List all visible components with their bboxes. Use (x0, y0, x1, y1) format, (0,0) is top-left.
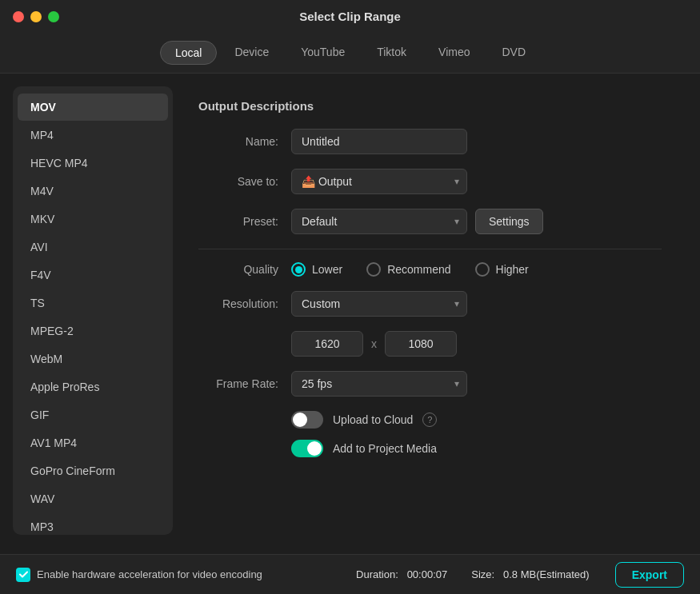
quality-label: Quality (198, 263, 278, 276)
framerate-row: Frame Rate: 25 fps ▾ (198, 371, 662, 397)
close-button[interactable] (13, 11, 24, 22)
bottom-bar: Enable hardware acceleration for video e… (0, 554, 700, 594)
resolution-label: Resolution: (198, 297, 278, 310)
traffic-lights (13, 11, 59, 22)
sidebar-item-avi[interactable]: AVI (18, 233, 168, 261)
quality-higher[interactable]: Higher (475, 262, 529, 277)
hardware-acceleration-checkbox[interactable] (16, 568, 30, 582)
framerate-select[interactable]: 25 fps (291, 371, 467, 397)
sidebar-item-mkv[interactable]: MKV (18, 205, 168, 233)
name-label: Name: (198, 135, 278, 148)
sidebar-item-gif[interactable]: GIF (18, 401, 168, 429)
add-project-row: Add to Project Media (291, 440, 662, 457)
sidebar-item-webm[interactable]: WebM (18, 345, 168, 373)
title-bar: Select Clip Range (0, 0, 700, 33)
quality-lower-label: Lower (312, 263, 342, 276)
upload-cloud-help-icon[interactable]: ? (422, 413, 437, 427)
quality-lower[interactable]: Lower (291, 262, 342, 277)
radio-lower-circle (291, 262, 306, 277)
sidebar-item-mov[interactable]: MOV (18, 94, 168, 121)
framerate-label: Frame Rate: (198, 377, 278, 390)
quality-options: Lower Recommend Higher (291, 262, 529, 277)
hardware-acceleration-label: Enable hardware acceleration for video e… (37, 568, 262, 580)
sidebar-item-ts[interactable]: TS (18, 289, 168, 317)
preset-row: Preset: Default ▾ Settings (198, 209, 662, 234)
save-to-wrapper: 📤 Output ▾ (291, 169, 467, 194)
resolution-row: Resolution: Custom ▾ (198, 291, 662, 317)
name-row: Name: (198, 129, 662, 154)
preset-label: Preset: (198, 215, 278, 228)
quality-higher-label: Higher (496, 263, 529, 276)
sidebar-item-f4v[interactable]: F4V (18, 261, 168, 289)
sidebar-item-hevc-mp4[interactable]: HEVC MP4 (18, 149, 168, 177)
sidebar-item-wav[interactable]: WAV (18, 485, 168, 512)
save-to-row: Save to: 📤 Output ▾ (198, 169, 662, 194)
tab-tiktok[interactable]: Tiktok (362, 41, 421, 65)
tab-youtube[interactable]: YouTube (286, 41, 359, 65)
upload-cloud-row: Upload to Cloud ? (291, 411, 662, 429)
output-panel: Output Descriptions Name: Save to: 📤 Out… (173, 86, 687, 535)
sidebar-item-mp3[interactable]: MP3 (18, 513, 168, 535)
sidebar-item-apple-prores[interactable]: Apple ProRes (18, 373, 168, 401)
quality-row: Quality Lower Recommend Higher (198, 262, 662, 277)
duration-value: 00:00:07 (407, 568, 448, 580)
tab-bar: Local Device YouTube Tiktok Vimeo DVD (0, 33, 700, 74)
preset-select[interactable]: Default (291, 209, 467, 234)
resolution-x: x (371, 337, 377, 350)
add-project-thumb (307, 441, 322, 456)
maximize-button[interactable] (48, 11, 59, 22)
sidebar-item-m4v[interactable]: M4V (18, 177, 168, 205)
resolution-wrapper: Custom ▾ (291, 291, 467, 317)
size-info: Size: 0.8 MB(Estimated) (471, 568, 589, 580)
upload-cloud-label: Upload to Cloud (333, 413, 413, 426)
name-input[interactable] (291, 129, 467, 154)
resolution-select[interactable]: Custom (291, 291, 467, 317)
duration-info: Duration: 00:00:07 (356, 568, 447, 580)
save-to-select[interactable]: 📤 Output (291, 169, 467, 194)
framerate-wrapper: 25 fps ▾ (291, 371, 467, 397)
height-input[interactable] (385, 331, 457, 357)
sidebar-item-mp4[interactable]: MP4 (18, 122, 168, 149)
size-value: 0.8 MB(Estimated) (503, 568, 590, 580)
upload-cloud-thumb (293, 413, 307, 427)
main-content: MOV MP4 HEVC MP4 M4V MKV AVI F4V TS MPEG… (0, 74, 700, 548)
tab-dvd[interactable]: DVD (487, 41, 540, 65)
width-input[interactable] (291, 331, 363, 357)
quality-recommend[interactable]: Recommend (366, 262, 450, 277)
tab-local[interactable]: Local (160, 41, 217, 65)
toggle-section: Upload to Cloud ? Add to Project Media (198, 411, 662, 457)
size-label: Size: (471, 568, 494, 580)
section-title: Output Descriptions (198, 99, 662, 113)
save-to-label: Save to: (198, 175, 278, 188)
upload-cloud-toggle[interactable] (291, 411, 323, 429)
radio-recommend-circle (366, 262, 381, 277)
settings-button[interactable]: Settings (475, 209, 543, 234)
tab-device[interactable]: Device (220, 41, 283, 65)
add-project-label: Add to Project Media (333, 442, 437, 455)
radio-higher-circle (475, 262, 490, 277)
preset-wrapper: Default ▾ (291, 209, 467, 234)
quality-recommend-label: Recommend (387, 263, 450, 276)
tab-vimeo[interactable]: Vimeo (424, 41, 484, 65)
resolution-inputs: x (291, 331, 457, 357)
bottom-info: Duration: 00:00:07 Size: 0.8 MB(Estimate… (356, 568, 590, 580)
minimize-button[interactable] (30, 11, 42, 22)
checkmark-icon (19, 570, 28, 579)
add-project-toggle[interactable] (291, 440, 323, 457)
resolution-size-row: x (198, 331, 662, 357)
sidebar-item-av1-mp4[interactable]: AV1 MP4 (18, 429, 168, 456)
hardware-acceleration-area: Enable hardware acceleration for video e… (16, 568, 262, 582)
sidebar-item-mpeg2[interactable]: MPEG-2 (18, 317, 168, 345)
divider (198, 249, 662, 249)
sidebar-item-gopro-cineform[interactable]: GoPro CineForm (18, 457, 168, 484)
format-sidebar: MOV MP4 HEVC MP4 M4V MKV AVI F4V TS MPEG… (13, 86, 173, 535)
duration-label: Duration: (356, 568, 398, 580)
window-title: Select Clip Range (299, 10, 401, 23)
export-button[interactable]: Export (615, 562, 684, 588)
